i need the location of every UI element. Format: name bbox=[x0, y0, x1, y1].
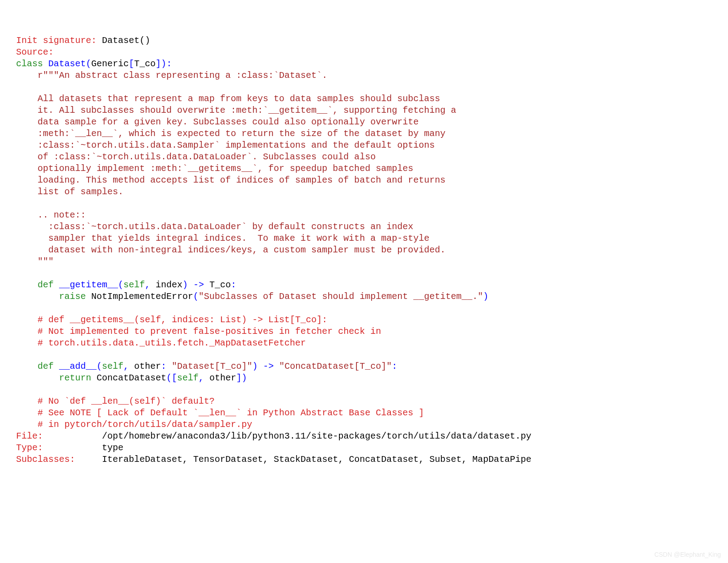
type-label: Type: bbox=[16, 443, 43, 453]
paren: ( bbox=[86, 59, 91, 69]
type-var: T_co bbox=[134, 59, 156, 69]
self-arg: self bbox=[102, 361, 123, 371]
def-keyword: def bbox=[16, 361, 54, 371]
docstring: :class:`~torch.utils.data.DataLoader` by… bbox=[16, 222, 413, 232]
class-ref: ConcatDataset bbox=[91, 373, 166, 383]
paren: ) bbox=[182, 280, 188, 290]
arrow: -> bbox=[188, 280, 204, 290]
arg: other bbox=[129, 361, 161, 371]
docstring: of :class:`~torch.utils.data.DataLoader`… bbox=[16, 152, 376, 162]
init-signature-label: Init signature: bbox=[16, 35, 97, 46]
type-annotation: "Dataset[T_co]" bbox=[166, 361, 252, 371]
return-type: "ConcatDataset[T_co]" bbox=[274, 361, 392, 371]
pad bbox=[75, 454, 102, 465]
raise-keyword: raise bbox=[16, 291, 86, 302]
string-literal: "Subclasses of Dataset should implement … bbox=[199, 291, 483, 302]
exception-name: NotImplementedError bbox=[86, 291, 193, 302]
method-name: __add__ bbox=[54, 361, 97, 371]
docstring: loading. This method accepts list of ind… bbox=[16, 175, 445, 185]
def-keyword: def bbox=[16, 280, 54, 290]
comment: # in pytorch/torch/utils/data/sampler.py bbox=[16, 419, 252, 430]
paren: ) bbox=[252, 361, 258, 371]
subclasses-label: Subclasses: bbox=[16, 454, 75, 465]
docstring-close: """ bbox=[16, 256, 54, 267]
subclasses-value: IterableDataset, TensorDataset, StackDat… bbox=[102, 454, 531, 465]
docstring: optionally implement :meth:`__getitems__… bbox=[16, 163, 413, 174]
docstring: list of samples. bbox=[16, 187, 123, 197]
colon: : bbox=[161, 361, 166, 371]
comma: , bbox=[199, 373, 204, 383]
bracket: [ bbox=[129, 59, 134, 69]
init-signature-value: Dataset() bbox=[97, 35, 150, 46]
type-value: type bbox=[102, 443, 123, 453]
pad bbox=[43, 443, 102, 453]
paren: ( bbox=[166, 373, 172, 383]
file-label: File: bbox=[16, 431, 43, 441]
comment: # Not implemented to prevent false-posit… bbox=[16, 326, 381, 337]
comma: , bbox=[145, 280, 150, 290]
source-label: Source: bbox=[16, 47, 54, 57]
file-path: /opt/homebrew/anaconda3/lib/python3.11/s… bbox=[102, 431, 531, 441]
docstring-note: .. note:: bbox=[16, 210, 86, 220]
self-ref: self bbox=[177, 373, 199, 383]
colon: : bbox=[392, 361, 397, 371]
class-keyword: class bbox=[16, 59, 43, 69]
class-name: Dataset bbox=[43, 59, 86, 69]
colon: : bbox=[166, 59, 172, 69]
pad bbox=[43, 431, 102, 441]
arrow: -> bbox=[258, 361, 274, 371]
comment: # def __getitems__(self, indices: List) … bbox=[16, 315, 327, 325]
bracket: [ bbox=[172, 373, 177, 383]
self-arg: self bbox=[123, 280, 145, 290]
generic-base: Generic bbox=[91, 59, 129, 69]
docstring: sampler that yields integral indices. To… bbox=[16, 233, 429, 243]
method-name: __getitem__ bbox=[54, 280, 118, 290]
docstring: :class:`~torch.utils.data.Sampler` imple… bbox=[16, 140, 435, 150]
code-block: Init signature: Dataset() Source: class … bbox=[16, 35, 728, 465]
paren: ) bbox=[241, 373, 247, 383]
paren: ( bbox=[97, 361, 102, 371]
comment: # See NOTE [ Lack of Default `__len__` i… bbox=[16, 408, 424, 418]
arg-ref: other bbox=[204, 373, 236, 383]
paren: ( bbox=[193, 291, 199, 302]
docstring: r"""An abstract class representing a :cl… bbox=[16, 70, 327, 81]
comment: # torch.utils.data._utils.fetch._MapData… bbox=[16, 338, 306, 348]
bracket: ] bbox=[236, 373, 241, 383]
docstring: dataset with non-integral indices/keys, … bbox=[16, 245, 445, 255]
docstring: All datasets that represent a map from k… bbox=[16, 94, 440, 104]
docstring: :meth:`__len__`, which is expected to re… bbox=[16, 128, 445, 139]
docstring: it. All subclasses should overwrite :met… bbox=[16, 105, 456, 115]
return-type: T_co bbox=[204, 280, 231, 290]
comment: # No `def __len__(self)` default? bbox=[16, 396, 215, 406]
return-keyword: return bbox=[16, 373, 91, 383]
paren: ( bbox=[118, 280, 123, 290]
paren: ) bbox=[161, 59, 166, 69]
paren: ) bbox=[483, 291, 488, 302]
comma: , bbox=[123, 361, 129, 371]
bracket: ] bbox=[156, 59, 161, 69]
arg: index bbox=[150, 280, 182, 290]
docstring: data sample for a given key. Subclasses … bbox=[16, 117, 419, 127]
colon: : bbox=[231, 280, 236, 290]
